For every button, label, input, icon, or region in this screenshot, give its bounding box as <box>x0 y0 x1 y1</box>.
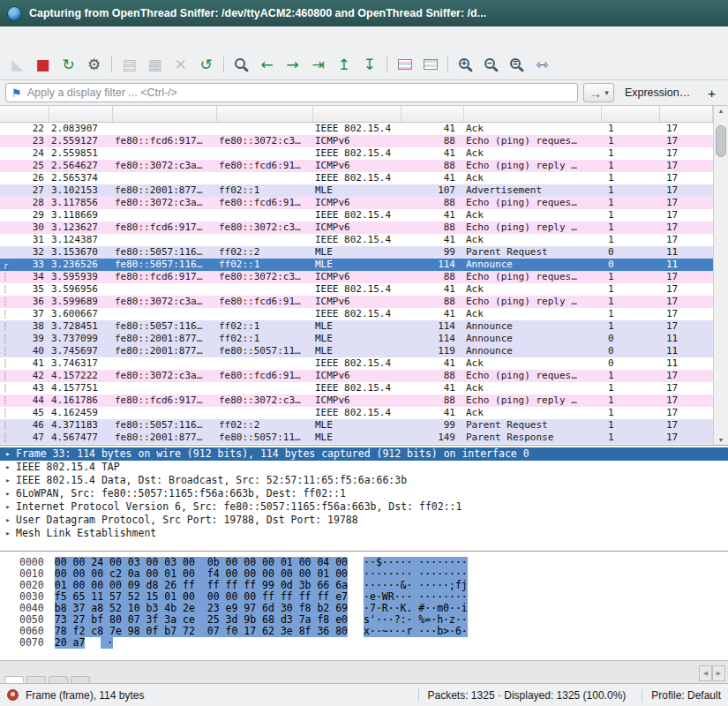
menu-item[interactable] <box>46 35 60 41</box>
packet-row[interactable]: ┆ 42 4.157222 fe80::3072:c3a… fe80::fcd6… <box>0 370 713 382</box>
menu-item[interactable] <box>116 35 131 41</box>
packet-row[interactable]: 27 3.102153 fe80::2001:877… ff02::1 MLE … <box>0 184 713 197</box>
packet-row[interactable]: 22 2.083907 IEEE 802.15.4 41 Ack 1 17 <box>0 123 713 135</box>
scrollbar-thumb[interactable] <box>716 125 726 157</box>
packet-row[interactable]: ┌ 33 3.236526 fe80::5057:116… ff02::1 ML… <box>0 259 713 271</box>
tab-scroll-left-icon[interactable]: ◀ <box>699 665 712 681</box>
expand-icon[interactable]: ▸ <box>0 461 16 474</box>
start-capture-button[interactable]: ◣ <box>5 53 29 77</box>
column-header[interactable] <box>217 106 313 122</box>
go-to-packet-button[interactable]: ⇥ <box>306 53 330 77</box>
display-filter-input[interactable] <box>27 86 573 99</box>
byte-view-tab[interactable] <box>26 676 46 683</box>
reload-file-button[interactable]: ↺ <box>194 53 218 77</box>
close-button[interactable] <box>705 6 721 20</box>
hex-row[interactable]: 0060 78 f2 c8 7e 98 0f b7 72 07 f0 17 62… <box>19 626 728 637</box>
zoom-in-button[interactable]: + <box>454 53 477 77</box>
menu-item[interactable] <box>88 35 102 41</box>
byte-view-tab[interactable] <box>71 676 90 683</box>
packet-row[interactable]: 28 3.117856 fe80::3072:c3a… fe80::fcd6:9… <box>0 197 713 209</box>
packet-row[interactable]: ┆ 44 4.161786 fe80::fcd6:917… fe80::3072… <box>0 394 713 407</box>
packet-row[interactable]: ┆ 46 4.371183 fe80::5057:116… ff02::2 ML… <box>0 419 713 432</box>
byte-view-tab[interactable] <box>4 676 24 683</box>
column-header[interactable] <box>0 106 49 122</box>
detail-row[interactable]: ▸ Frame 33: 114 bytes on wire (912 bits)… <box>0 447 728 461</box>
expand-icon[interactable]: ▸ <box>0 474 16 487</box>
column-header[interactable] <box>113 106 217 122</box>
packet-row[interactable]: ┆ 39 3.737099 fe80::2001:877… ff02::1 ML… <box>0 333 713 345</box>
expand-icon[interactable]: ▸ <box>0 527 16 540</box>
titlebar[interactable]: Capturing from OpenThread Sniffer: /dev/… <box>0 0 728 26</box>
display-filter-field[interactable]: ⚑ <box>5 83 578 102</box>
capture-options-button[interactable]: ⚙ <box>82 53 106 77</box>
packet-row[interactable]: ┆ 45 4.162459 IEEE 802.15.4 41 Ack 1 17 <box>0 407 713 419</box>
hex-bytes[interactable]: 20 a7 <box>55 637 86 649</box>
open-file-button[interactable]: ▤ <box>117 53 141 77</box>
packet-row[interactable]: ┆ 35 3.596956 IEEE 802.15.4 41 Ack 1 17 <box>0 283 713 296</box>
column-header[interactable] <box>402 106 464 122</box>
packet-row[interactable]: 29 3.118669 IEEE 802.15.4 41 Ack 1 17 <box>0 209 713 222</box>
scroll-down-icon[interactable]: ▼ <box>718 437 724 443</box>
packet-row[interactable]: 31 3.124387 IEEE 802.15.4 41 Ack 1 17 <box>0 234 713 246</box>
go-to-last-button[interactable]: ↧ <box>357 53 381 77</box>
menu-item[interactable] <box>102 35 116 41</box>
expand-icon[interactable]: ▸ <box>0 514 16 527</box>
zoom-out-button[interactable]: − <box>479 53 503 77</box>
go-back-button[interactable]: ← <box>255 53 279 77</box>
expert-info-icon[interactable] <box>7 689 19 701</box>
packet-row[interactable]: 25 2.564627 fe80::3072:c3a… fe80::fcd6:9… <box>0 160 713 172</box>
hex-ascii[interactable]: x··~···r ···b>·6· <box>364 626 468 637</box>
colorize-packets-button[interactable] <box>393 53 417 77</box>
detail-row[interactable]: ▸ User Datagram Protocol, Src Port: 1978… <box>0 514 728 527</box>
apply-filter-button[interactable]: → ▾ <box>583 83 614 102</box>
expand-icon[interactable]: ▸ <box>0 487 16 500</box>
stop-capture-button[interactable]: ■ <box>31 53 55 77</box>
add-filter-button[interactable]: + <box>701 86 723 101</box>
byte-view-tab[interactable] <box>49 676 68 683</box>
detail-row[interactable]: ▸ 6LoWPAN, Src: fe80::5057:1165:f56a:663… <box>0 487 728 500</box>
resize-columns-button[interactable]: ⇿ <box>530 53 554 77</box>
maximize-button[interactable] <box>682 6 698 20</box>
close-file-button[interactable]: ✕ <box>169 53 192 77</box>
menu-item[interactable] <box>131 35 145 41</box>
save-file-button[interactable]: ▦ <box>143 53 167 77</box>
packet-row[interactable]: ┆ 38 3.728451 fe80::5057:116… ff02::1 ML… <box>0 320 713 333</box>
go-forward-button[interactable]: → <box>281 53 304 77</box>
packet-list-scrollbar[interactable]: ▲ ▼ <box>713 106 728 445</box>
packet-row[interactable]: ┆ 40 3.745697 fe80::2001:877… fe80::5057… <box>0 345 713 357</box>
expand-icon[interactable]: ▸ <box>0 500 16 514</box>
go-to-first-button[interactable]: ↥ <box>332 53 356 77</box>
expand-icon[interactable]: ▸ <box>0 447 16 461</box>
menu-item[interactable] <box>18 35 32 41</box>
hex-bytes[interactable]: 78 f2 c8 7e 98 0f b7 72 07 f0 17 62 3e 8… <box>55 626 348 637</box>
packet-row[interactable]: 32 3.153670 fe80::5057:116… ff02::2 MLE … <box>0 246 713 259</box>
packet-row[interactable]: ┆ 41 3.746317 IEEE 802.15.4 41 Ack 0 11 <box>0 357 713 370</box>
menu-item[interactable] <box>145 35 159 41</box>
tab-scroll-right-icon[interactable]: ▶ <box>712 665 725 681</box>
column-header[interactable] <box>464 106 602 122</box>
minimize-button[interactable] <box>659 6 675 20</box>
packet-row[interactable]: ┆ 47 4.567477 fe80::2001:877… fe80::5057… <box>0 432 713 444</box>
hex-ascii[interactable]: · <box>101 637 113 649</box>
expression-button[interactable]: Expression… <box>619 86 695 99</box>
packet-row[interactable]: 30 3.123627 fe80::fcd6:917… fe80::3072:c… <box>0 222 713 234</box>
menu-item[interactable] <box>60 35 74 41</box>
restart-capture-button[interactable]: ↻ <box>56 53 80 77</box>
scroll-up-icon[interactable]: ▲ <box>718 108 724 114</box>
find-packet-button[interactable] <box>229 53 253 77</box>
auto-scroll-button[interactable] <box>418 53 442 77</box>
status-profile[interactable]: Profile: Default <box>642 689 721 702</box>
packet-row[interactable]: ┆ 43 4.157751 IEEE 802.15.4 41 Ack 1 17 <box>0 382 713 394</box>
zoom-original-button[interactable]: = <box>505 53 529 77</box>
packet-row[interactable]: ┆ 34 3.595939 fe80::fcd6:917… fe80::3072… <box>0 271 713 283</box>
column-header[interactable] <box>49 106 113 122</box>
column-header[interactable] <box>602 106 660 122</box>
packet-row[interactable]: 26 2.565374 IEEE 802.15.4 41 Ack 1 17 <box>0 172 713 184</box>
menu-item[interactable] <box>4 35 18 41</box>
detail-row[interactable]: ▸ IEEE 802.15.4 Data, Dst: Broadcast, Sr… <box>0 474 728 487</box>
detail-row[interactable]: ▸ Mesh Link Establishment <box>0 527 728 540</box>
packet-row[interactable]: 23 2.559127 fe80::fcd6:917… fe80::3072:c… <box>0 135 713 147</box>
packet-row[interactable]: 24 2.559851 IEEE 802.15.4 41 Ack 1 17 <box>0 147 713 160</box>
menu-item[interactable] <box>32 35 46 41</box>
menu-item[interactable] <box>74 35 88 41</box>
